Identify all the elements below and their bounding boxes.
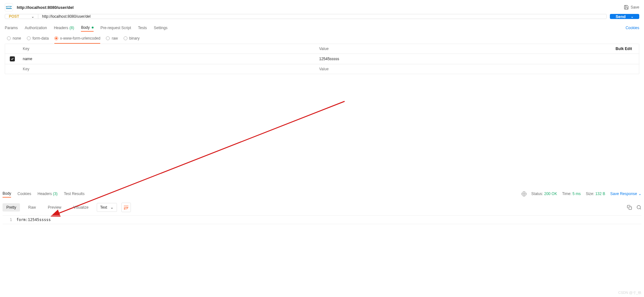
send-label: Send (616, 14, 626, 19)
send-button[interactable]: Send ⌄ (610, 14, 639, 19)
svg-rect-3 (629, 207, 632, 210)
time-meta: Time: 5 ms (562, 192, 581, 196)
fmt-pretty[interactable]: Pretty (3, 203, 20, 212)
save-icon (624, 5, 629, 10)
chevron-down-icon: ⌄ (638, 192, 641, 196)
chevron-down-icon: ⌄ (110, 205, 113, 210)
copy-icon[interactable] (627, 205, 632, 210)
res-tab-body[interactable]: Body (3, 190, 11, 198)
chevron-down-icon: ⌄ (631, 15, 634, 19)
fmt-preview[interactable]: Preview (44, 203, 65, 212)
unsaved-dot-icon (92, 27, 94, 28)
tab-settings[interactable]: Settings (154, 24, 168, 31)
url-input[interactable] (38, 14, 606, 19)
res-tab-testresults[interactable]: Test Results (64, 190, 84, 197)
http-method-icon: HTTP (5, 3, 13, 11)
line-number: 1 (3, 218, 16, 222)
response-body[interactable]: 1 form:12545sssss (3, 215, 641, 224)
column-header-value: Value (316, 44, 613, 54)
watermark: CSDN @寸_铁 (618, 290, 641, 295)
http-method-value: POST (9, 14, 19, 19)
body-type-none[interactable]: none (7, 36, 21, 41)
body-type-formdata[interactable]: form-data (27, 36, 49, 41)
save-button[interactable]: Save (624, 5, 639, 10)
param-value-input[interactable] (319, 67, 610, 71)
save-label: Save (631, 5, 639, 9)
body-type-raw[interactable]: raw (106, 36, 118, 41)
svg-line-5 (640, 208, 641, 209)
wrap-icon (124, 205, 129, 210)
chevron-down-icon: ⌄ (31, 15, 34, 19)
wrap-lines-button[interactable] (121, 203, 131, 212)
body-type-urlencoded[interactable]: x-www-form-urlencoded (54, 36, 100, 44)
fmt-raw[interactable]: Raw (24, 203, 40, 212)
globe-icon[interactable] (522, 192, 526, 196)
row-enable-checkbox[interactable] (10, 56, 15, 61)
bulk-edit-button[interactable]: Bulk Edit (612, 44, 639, 54)
http-method-select[interactable]: POST ⌄ (5, 14, 38, 19)
status-meta: Status: 200 OK (531, 192, 557, 196)
table-row (5, 54, 639, 64)
param-value-input[interactable] (319, 57, 610, 61)
tab-tests[interactable]: Tests (138, 24, 147, 31)
fmt-visualize[interactable]: Visualize (70, 203, 92, 212)
save-response-button[interactable]: Save Response ⌄ (610, 192, 641, 196)
tab-headers[interactable]: Headers (8) (54, 24, 74, 31)
cookies-link[interactable]: Cookies (626, 26, 639, 30)
res-tab-cookies[interactable]: Cookies (17, 190, 31, 197)
request-tab-title: http://localhost:8080/user/del (17, 5, 74, 10)
response-line: form:12545sssss (16, 218, 51, 222)
form-body-table: Key Value Bulk Edit (5, 44, 639, 74)
param-key-input[interactable] (23, 67, 313, 71)
column-header-key: Key (20, 44, 316, 54)
tab-params[interactable]: Params (5, 24, 18, 31)
search-icon[interactable] (636, 205, 641, 210)
svg-point-4 (637, 205, 641, 209)
param-key-input[interactable] (23, 57, 313, 61)
tab-body[interactable]: Body (81, 24, 93, 32)
size-meta: Size: 132 B (586, 192, 605, 196)
tab-authorization[interactable]: Authorization (25, 24, 47, 31)
response-type-select[interactable]: Text ⌄ (97, 203, 117, 212)
res-tab-headers[interactable]: Headers (3) (38, 190, 58, 197)
table-row (5, 64, 639, 74)
body-type-binary[interactable]: binary (124, 36, 140, 41)
tab-prerequest[interactable]: Pre-request Script (101, 24, 131, 31)
